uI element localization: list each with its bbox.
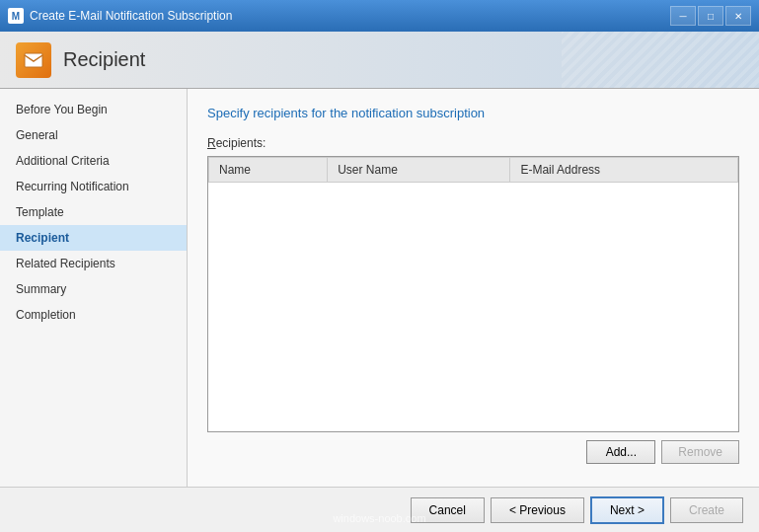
content-title-text2: subscription <box>413 106 485 120</box>
sidebar-item-general[interactable]: General <box>0 122 187 148</box>
next-button[interactable]: Next > <box>590 496 664 524</box>
create-button[interactable]: Create <box>670 497 743 523</box>
recipients-table-wrapper: Name User Name E-Mail Address <box>207 156 739 432</box>
title-bar-left: M Create E-Mail Notification Subscriptio… <box>8 8 232 24</box>
header-icon <box>16 42 51 78</box>
sidebar-item-recurring-notification[interactable]: Recurring Notification <box>0 174 187 199</box>
cancel-button[interactable]: Cancel <box>411 497 485 523</box>
restore-button[interactable]: □ <box>698 6 723 26</box>
sidebar-item-before-you-begin[interactable]: Before You Begin <box>0 97 187 122</box>
sidebar-item-related-recipients[interactable]: Related Recipients <box>0 251 187 276</box>
page-title: Recipient <box>63 48 145 71</box>
title-bar: M Create E-Mail Notification Subscriptio… <box>0 0 759 32</box>
window-title: Create E-Mail Notification Subscription <box>30 9 232 23</box>
col-email: E-Mail Address <box>510 158 738 183</box>
content-title-text1: Specify recipients for the <box>207 106 351 120</box>
recipients-label-text: ecipients: <box>216 136 266 150</box>
main-layout: Before You Begin General Additional Crit… <box>0 89 759 487</box>
minimize-button[interactable]: ─ <box>670 6 696 26</box>
content-area: Specify recipients for the notification … <box>188 89 759 487</box>
svg-rect-0 <box>25 53 42 67</box>
sidebar-item-recipient[interactable]: Recipient <box>0 225 187 251</box>
sidebar-item-additional-criteria[interactable]: Additional Criteria <box>0 148 187 174</box>
table-actions: Add... Remove <box>207 440 739 464</box>
close-button[interactable]: ✕ <box>725 6 751 26</box>
recipients-label: Recipients: <box>207 136 739 150</box>
sidebar: Before You Begin General Additional Crit… <box>0 89 188 487</box>
col-username: User Name <box>328 158 510 183</box>
sidebar-item-template[interactable]: Template <box>0 199 187 225</box>
previous-button[interactable]: < Previous <box>491 497 584 523</box>
footer: Cancel < Previous Next > Create <box>0 487 759 532</box>
content-title: Specify recipients for the notification … <box>207 105 739 122</box>
remove-button[interactable]: Remove <box>661 440 739 464</box>
content-title-link: notification <box>351 106 413 120</box>
header-banner: Recipient <box>0 32 759 89</box>
app-icon: M <box>8 8 24 24</box>
recipients-table: Name User Name E-Mail Address <box>208 157 738 183</box>
window-controls: ─ □ ✕ <box>670 6 751 26</box>
sidebar-item-completion[interactable]: Completion <box>0 302 187 328</box>
sidebar-item-summary[interactable]: Summary <box>0 276 187 302</box>
col-name: Name <box>209 158 328 183</box>
add-button[interactable]: Add... <box>586 440 655 464</box>
